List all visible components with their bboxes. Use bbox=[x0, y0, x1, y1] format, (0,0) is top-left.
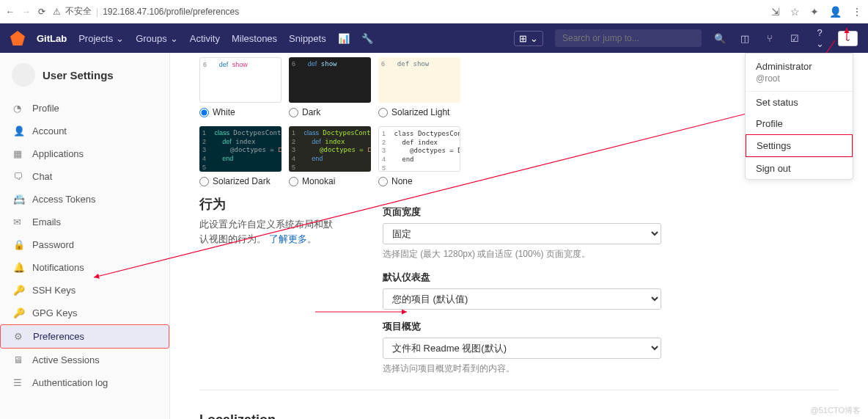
todos-icon[interactable]: ☑ bbox=[788, 33, 801, 44]
theme-white[interactable]: 6 def show White bbox=[199, 57, 282, 117]
sidebar-icon: ◔ bbox=[13, 103, 23, 114]
behavior-learn-more-link[interactable]: 了解更多 bbox=[269, 233, 307, 244]
chevron-down-icon: ⌄ bbox=[845, 34, 851, 43]
sidebar-icon: 🔔 bbox=[13, 262, 23, 273]
nav-projects[interactable]: Projects⌄ bbox=[78, 33, 124, 44]
search-input[interactable] bbox=[555, 29, 702, 47]
content-main: 6 def show White 6 def show Dark 6 def s… bbox=[170, 53, 868, 419]
sidebar-icon: ▦ bbox=[13, 148, 23, 159]
theme-none-radio[interactable] bbox=[378, 177, 388, 186]
sidebar-icon: 🔒 bbox=[13, 239, 23, 250]
user-dropdown: Administrator @root Set status Profile S… bbox=[745, 53, 853, 180]
sidebar-item-label: Notifications bbox=[32, 262, 84, 273]
browser-toolbar: ← → ⟳ ⚠ 不安全 | 192.168.47.106/profile/pre… bbox=[0, 0, 868, 23]
nav-milestones[interactable]: Milestones bbox=[232, 33, 277, 44]
chevron-down-icon: ⌄ bbox=[170, 33, 178, 44]
kebab-icon[interactable]: ⋮ bbox=[852, 6, 862, 18]
default-dashboard-label: 默认仪表盘 bbox=[383, 271, 839, 284]
watermark: @51CTO博客 bbox=[811, 405, 861, 416]
dropdown-settings[interactable]: Settings bbox=[746, 134, 853, 157]
sidebar-item-label: Account bbox=[32, 125, 67, 136]
theme-solarized-dark[interactable]: 1 class DoctypesCont 2 def index 3 @doct… bbox=[199, 126, 282, 186]
theme-monokai-radio[interactable] bbox=[289, 177, 298, 186]
sidebar: User Settings ◔Profile👤Account▦Applicati… bbox=[0, 53, 170, 419]
project-overview-select[interactable]: 文件和 Readme 视图(默认) bbox=[383, 338, 661, 359]
theme-dark-radio[interactable] bbox=[289, 108, 298, 117]
gitlab-logo-icon[interactable] bbox=[10, 31, 25, 45]
sidebar-item-label: Password bbox=[32, 239, 74, 250]
theme-dark[interactable]: 6 def show Dark bbox=[289, 57, 371, 117]
theme-none[interactable]: 1 class DoctypesCont 2 def index 3 @doct… bbox=[378, 126, 460, 186]
dropdown-profile[interactable]: Profile bbox=[746, 113, 853, 134]
chevron-down-icon: ⌄ bbox=[530, 33, 538, 44]
nav-wrench-icon[interactable]: 🔧 bbox=[361, 33, 373, 44]
help-icon[interactable]: ?⌄ bbox=[813, 27, 826, 49]
sidebar-item-preferences[interactable]: ⚙Preferences bbox=[0, 324, 169, 349]
sidebar-item-label: Authentication log bbox=[32, 377, 108, 388]
install-icon[interactable]: ⇲ bbox=[771, 6, 780, 18]
sidebar-item-account[interactable]: 👤Account bbox=[0, 120, 169, 142]
localization-heading: Localization bbox=[199, 412, 339, 419]
plus-dropdown[interactable]: ⊞⌄ bbox=[514, 31, 543, 46]
back-icon[interactable]: ← bbox=[6, 7, 15, 17]
sidebar-item-gpg-keys[interactable]: 🔑GPG Keys bbox=[0, 302, 169, 324]
sidebar-icon: 🔑 bbox=[13, 285, 23, 296]
plus-icon: ⊞ bbox=[519, 33, 527, 44]
project-overview-label: 项目概览 bbox=[383, 320, 839, 333]
chevron-down-icon: ⌄ bbox=[116, 33, 124, 44]
sidebar-title: User Settings bbox=[0, 53, 169, 97]
address-bar[interactable]: ⚠ 不安全 | 192.168.47.106/profile/preferenc… bbox=[53, 5, 764, 18]
nav-snippets[interactable]: Snippets bbox=[289, 33, 326, 44]
sidebar-item-label: Applications bbox=[32, 148, 84, 159]
sidebar-item-password[interactable]: 🔒Password bbox=[0, 233, 169, 256]
reload-icon[interactable]: ⟳ bbox=[38, 7, 45, 17]
brand-text[interactable]: GitLab bbox=[37, 33, 67, 44]
sidebar-item-emails[interactable]: ✉Emails bbox=[0, 211, 169, 233]
sidebar-item-access-tokens[interactable]: 📇Access Tokens bbox=[0, 188, 169, 211]
sidebar-icon: 🔑 bbox=[13, 307, 23, 318]
insecure-label: 不安全 bbox=[65, 5, 92, 18]
dropdown-signout[interactable]: Sign out bbox=[746, 158, 853, 179]
nav-chart-icon[interactable]: 📊 bbox=[338, 33, 350, 44]
star-icon[interactable]: ☆ bbox=[790, 6, 800, 18]
merge-icon[interactable]: ⑂ bbox=[763, 33, 776, 44]
sidebar-icon: 🗨 bbox=[13, 171, 23, 182]
sidebar-icon: ☰ bbox=[13, 377, 23, 388]
forward-icon[interactable]: → bbox=[22, 7, 31, 17]
layout-width-help: 选择固定 (最大 1280px) 或自适应 (100%) 页面宽度。 bbox=[383, 248, 839, 260]
nav-activity[interactable]: Activity bbox=[190, 33, 220, 44]
sidebar-item-label: Active Sessions bbox=[32, 354, 100, 365]
syntax-theme-row2: 1 class DoctypesCont 2 def index 3 @doct… bbox=[199, 126, 839, 186]
default-dashboard-select[interactable]: 您的项目 (默认值) bbox=[383, 288, 661, 310]
sidebar-item-notifications[interactable]: 🔔Notifications bbox=[0, 256, 169, 279]
user-menu-button[interactable]: ⌄ bbox=[838, 31, 858, 46]
theme-solarized-light-radio[interactable] bbox=[378, 108, 388, 117]
sidebar-item-ssh-keys[interactable]: 🔑SSH Keys bbox=[0, 279, 169, 302]
behavior-heading: 行为 bbox=[199, 195, 339, 213]
localization-section: Localization Customize language and regi… bbox=[199, 412, 839, 419]
gitlab-topnav: GitLab Projects⌄ Groups⌄ Activity Milest… bbox=[0, 23, 868, 53]
nav-groups[interactable]: Groups⌄ bbox=[136, 33, 178, 44]
theme-solarized-dark-radio[interactable] bbox=[199, 177, 209, 186]
theme-solarized-light[interactable]: 6 def show Solarized Light bbox=[378, 57, 460, 117]
dropdown-set-status[interactable]: Set status bbox=[746, 92, 853, 113]
profile-icon[interactable]: 👤 bbox=[829, 6, 842, 18]
search-icon[interactable]: 🔍 bbox=[713, 33, 727, 44]
behavior-section: 行为 此设置允许自定义系统布局和默认视图的行为。 了解更多。 页面宽度 固定 选… bbox=[199, 195, 839, 390]
sidebar-icon: 👤 bbox=[13, 125, 23, 136]
sidebar-item-authentication-log[interactable]: ☰Authentication log bbox=[0, 371, 169, 394]
insecure-icon: ⚠ bbox=[53, 7, 61, 17]
url-text: 192.168.47.106/profile/preferences bbox=[103, 7, 239, 17]
layout-width-select[interactable]: 固定 bbox=[383, 223, 661, 244]
sidebar-item-active-sessions[interactable]: 🖥Active Sessions bbox=[0, 349, 169, 371]
sidebar-item-label: SSH Keys bbox=[32, 285, 76, 296]
theme-white-radio[interactable] bbox=[199, 108, 209, 117]
extension-icon[interactable]: ✦ bbox=[810, 6, 819, 18]
theme-monokai[interactable]: 1 class DoctypesCont 2 def index 3 @doct… bbox=[289, 126, 371, 186]
sidebar-item-chat[interactable]: 🗨Chat bbox=[0, 165, 169, 188]
issues-icon[interactable]: ◫ bbox=[738, 33, 751, 44]
dropdown-user-handle: @root bbox=[756, 73, 842, 84]
sidebar-icon: 📇 bbox=[13, 194, 23, 205]
sidebar-item-profile[interactable]: ◔Profile bbox=[0, 97, 169, 120]
sidebar-item-applications[interactable]: ▦Applications bbox=[0, 142, 169, 165]
